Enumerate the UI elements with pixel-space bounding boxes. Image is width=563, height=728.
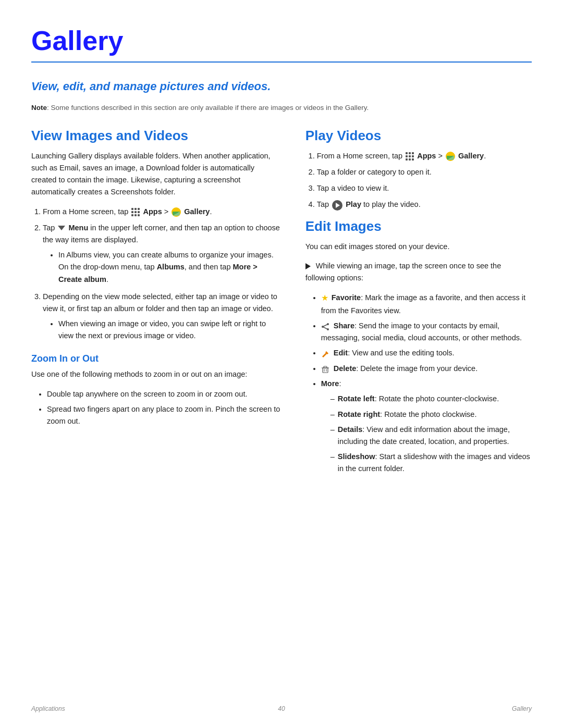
edit-intro: You can edit images stored on your devic… (305, 241, 532, 253)
svg-rect-7 (324, 366, 327, 368)
svg-line-4 (323, 327, 328, 329)
step3-text: Depending on the view mode selected, eit… (43, 292, 277, 313)
apps-icon-play (406, 152, 414, 161)
more-rotate-right: Rotate right: Rotate the photo clockwise… (331, 409, 532, 421)
svg-line-3 (323, 324, 328, 327)
step1-prefix: From a Home screen, tap (43, 207, 130, 216)
zoom-bullet-1: Double tap anywhere on the screen to zoo… (47, 388, 280, 400)
play-step-2: Tap a folder or category to open it. (317, 166, 532, 178)
step1-gallery-label: Gallery (184, 207, 210, 216)
edit-option-share: Share: Send the image to your contacts b… (321, 320, 532, 344)
play-step1-apps: Apps (417, 152, 436, 160)
zoom-bullets: Double tap anywhere on the screen to zoo… (31, 388, 280, 428)
footer-right: Gallery (512, 705, 532, 712)
play-button-icon (332, 200, 342, 211)
gallery-icon-view (172, 207, 181, 217)
note-text: : Some functions described in this secti… (47, 104, 369, 112)
more-options-list: Rotate left: Rotate the photo counter-cl… (321, 393, 532, 475)
page-title: Gallery (31, 25, 532, 56)
edit-options-list: ★ Favorite: Mark the image as a favorite… (305, 291, 532, 475)
step2-prefix: Tap (43, 224, 57, 232)
edit-viewing-text: While viewing an image, tap the screen o… (305, 262, 501, 282)
gallery-icon-play (446, 152, 455, 161)
play-step1-gallery: Gallery (458, 152, 484, 160)
share-icon (321, 320, 331, 332)
zoom-bullet-2: Spread two fingers apart on any place to… (47, 403, 280, 427)
section-play-title: Play Videos (305, 128, 532, 144)
step3-bullets: When viewing an image or video, you can … (43, 318, 280, 342)
play-step-4: Tap Play to play the video. (317, 199, 532, 211)
note-label: Note (31, 104, 47, 112)
step1-apps-label: Apps (143, 207, 162, 216)
play-step4-play: Play (346, 200, 361, 208)
view-intro: Launching Gallery displays available fol… (31, 150, 280, 199)
note-block: Note: Some functions described in this s… (31, 103, 532, 113)
star-icon: ★ (321, 293, 328, 302)
view-step-1: From a Home screen, tap Apps > Gallery. (43, 206, 280, 218)
step3-bullet-swipe: When viewing an image or video, you can … (58, 318, 280, 342)
svg-rect-5 (323, 368, 328, 373)
triangle-icon (305, 263, 311, 269)
section-zoom-title: Zoom In or Out (31, 353, 280, 364)
view-step-3: Depending on the view mode selected, eit… (43, 291, 280, 342)
step2-menu-label: Menu (68, 224, 88, 232)
edit-option-delete: Delete: Delete the image from your devic… (321, 363, 532, 375)
play-step4-end: to play the video. (363, 200, 421, 208)
step2-bullets: In Albums view, you can create albums to… (43, 249, 280, 286)
section-view-title: View Images and Videos (31, 128, 280, 144)
view-step-2: Tap Menu in the upper left corner, and t… (43, 222, 280, 286)
edit-option-edit: Edit: View and use the editing tools. (321, 347, 532, 359)
edit-option-favorite: ★ Favorite: Mark the image as a favorite… (321, 291, 532, 317)
edit-option-more: More: Rotate left: Rotate the photo coun… (321, 378, 532, 475)
more-slideshow: Slideshow: Start a slideshow with the im… (331, 451, 532, 475)
play-steps-list: From a Home screen, tap Apps > Gallery. … (305, 150, 532, 211)
apps-icon-view (131, 208, 140, 216)
page-subtitle: View, edit, and manage pictures and vide… (31, 79, 532, 94)
footer-left: Applications (31, 705, 65, 712)
more-rotate-left: Rotate left: Rotate the photo counter-cl… (331, 393, 532, 405)
play-step-1: From a Home screen, tap Apps > Gallery. (317, 150, 532, 162)
footer-center: 40 (278, 705, 285, 712)
play-step4-prefix: Tap (317, 200, 331, 208)
section-edit-title: Edit Images (305, 218, 532, 235)
delete-trash-icon (321, 363, 331, 375)
edit-pencil-icon (321, 348, 331, 359)
menu-dropdown-icon (58, 226, 65, 230)
play-step1-prefix: From a Home screen, tap (317, 152, 405, 160)
zoom-intro: Use one of the following methods to zoom… (31, 368, 280, 380)
more-details: Details: View and edit information about… (331, 424, 532, 448)
edit-viewing-line: While viewing an image, tap the screen o… (305, 260, 532, 284)
step2-bullet-albums: In Albums view, you can create albums to… (58, 249, 280, 286)
view-steps-list: From a Home screen, tap Apps > Gallery. … (31, 206, 280, 342)
title-divider (31, 61, 532, 63)
footer: Applications 40 Gallery (31, 705, 532, 712)
play-step-3: Tap a video to view it. (317, 182, 532, 194)
